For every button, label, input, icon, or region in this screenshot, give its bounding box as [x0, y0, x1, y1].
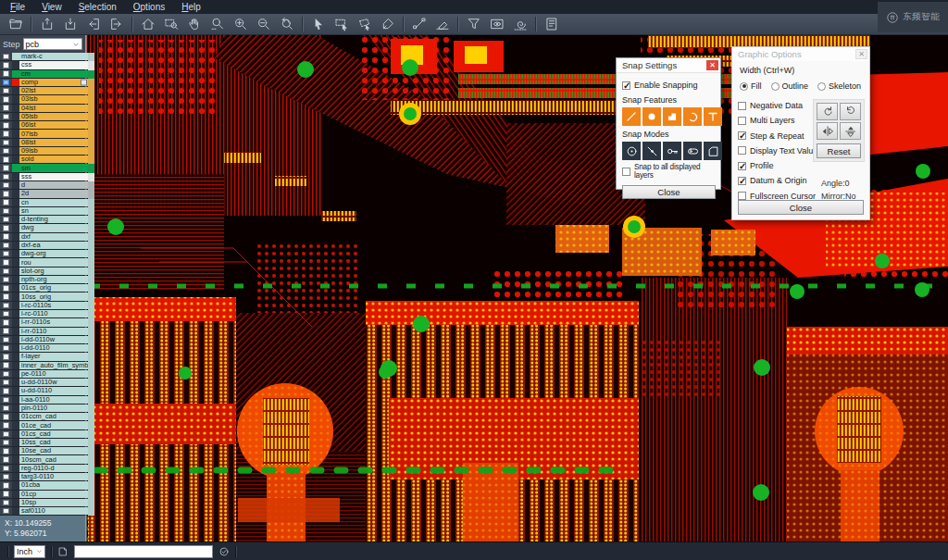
layer-color-swatch[interactable] — [12, 292, 19, 300]
layer-visibility-checkbox[interactable] — [0, 216, 12, 223]
layer-color-swatch[interactable] — [12, 284, 19, 292]
layer-visibility-checkbox[interactable] — [0, 276, 12, 283]
layer-color-swatch[interactable] — [12, 455, 19, 463]
layer-color-swatch[interactable] — [12, 268, 19, 275]
layer-color-swatch[interactable] — [12, 258, 19, 266]
layer-name[interactable]: i-rc-0110s — [19, 302, 88, 309]
layer-color-swatch[interactable] — [12, 318, 19, 326]
layer-visibility-checkbox[interactable] — [0, 328, 12, 335]
layer-row[interactable]: 05lsb — [0, 113, 88, 121]
layer-color-swatch[interactable] — [12, 310, 19, 317]
menu-selection[interactable]: Selection — [70, 0, 125, 14]
layer-name[interactable]: 08lst — [19, 139, 88, 146]
snap-mode-key-button[interactable] — [663, 142, 681, 160]
layer-name[interactable]: saf0110 — [19, 507, 88, 515]
layer-row[interactable]: i-rr-0110s — [0, 318, 88, 327]
layer-row[interactable]: 10scm_cad — [0, 455, 88, 464]
layer-name[interactable]: 10scm_cad — [19, 455, 88, 463]
layer-color-swatch[interactable] — [12, 105, 19, 112]
layer-color-swatch[interactable] — [12, 61, 19, 68]
layer-name[interactable]: i-rc-0110 — [19, 310, 88, 317]
layer-name[interactable]: targ3-0110 — [19, 473, 88, 480]
layer-color-swatch[interactable] — [12, 173, 19, 180]
layer-color-swatch[interactable] — [12, 387, 19, 394]
layer-color-swatch[interactable] — [12, 156, 19, 163]
layer-visibility-checkbox[interactable] — [0, 396, 12, 404]
snap-feature-line-button[interactable] — [622, 107, 641, 126]
enter-step-button[interactable] — [106, 15, 127, 33]
layer-color-swatch[interactable] — [12, 190, 19, 197]
layer-name[interactable]: 2d — [19, 190, 88, 197]
layer-color-swatch[interactable] — [12, 181, 19, 189]
layer-visibility-checkbox[interactable] — [0, 413, 12, 420]
layer-visibility-checkbox[interactable] — [0, 284, 12, 292]
radio-outline[interactable]: Outline — [771, 81, 809, 91]
layer-visibility-checkbox[interactable] — [0, 491, 12, 498]
snap-mode-polygon-button[interactable] — [704, 142, 722, 160]
measure-button[interactable] — [408, 15, 430, 33]
checkbox-negative-data[interactable]: Negative Data — [738, 101, 819, 110]
layer-color-swatch[interactable] — [12, 473, 19, 480]
layer-color-swatch[interactable] — [12, 379, 19, 386]
checkbox-profile[interactable]: Profile — [738, 161, 819, 170]
graphic-options-titlebar[interactable]: Graphic Options — [732, 47, 869, 61]
layer-row[interactable]: i-aa-0110 — [0, 396, 88, 404]
layer-row[interactable]: i-dd-0110w — [0, 336, 88, 344]
layer-name[interactable]: comp — [19, 79, 88, 86]
layer-color-swatch[interactable] — [12, 370, 19, 378]
layer-visibility-checkbox[interactable] — [0, 421, 12, 429]
layer-name[interactable]: 06lst — [19, 121, 88, 129]
layer-name[interactable]: mark-c — [19, 53, 88, 60]
layer-color-swatch[interactable] — [12, 121, 19, 129]
layer-color-swatch[interactable] — [12, 430, 19, 438]
exit-step-button[interactable] — [82, 15, 104, 33]
layer-name[interactable]: inner_auto_film_symb — [19, 362, 88, 369]
layer-visibility-checkbox[interactable] — [0, 242, 12, 249]
layer-minimap-scrollbar[interactable] — [88, 53, 94, 516]
checkbox-multi-layers[interactable]: Multi Layers — [738, 116, 819, 125]
snap-settings-titlebar[interactable]: Snap Settings — [617, 58, 720, 73]
enable-snapping-checkbox[interactable]: Enable Snapping — [622, 81, 716, 90]
layer-color-swatch[interactable] — [12, 242, 19, 249]
layer-row[interactable]: sold — [0, 156, 88, 164]
layer-row[interactable]: i-rc-0110s — [0, 302, 88, 310]
layer-row[interactable]: targ3-0110 — [0, 473, 88, 481]
layer-row[interactable]: sm — [0, 164, 88, 172]
layer-name[interactable]: 02lst — [19, 87, 88, 94]
layer-visibility-checkbox[interactable] — [0, 344, 12, 352]
layer-color-swatch[interactable] — [12, 70, 19, 78]
layer-name[interactable]: 03lsb — [19, 95, 88, 103]
step-select[interactable]: pcb — [23, 38, 82, 50]
layer-color-swatch[interactable] — [12, 404, 19, 412]
layer-row[interactable]: cm — [0, 70, 88, 79]
close-icon[interactable] — [855, 49, 867, 59]
snap-close-button[interactable]: Close — [622, 185, 716, 199]
layer-visibility-checkbox[interactable] — [0, 507, 12, 515]
layer-visibility-checkbox[interactable] — [0, 439, 12, 446]
layer-color-swatch[interactable] — [12, 447, 19, 454]
layer-row[interactable]: 08lst — [0, 139, 88, 147]
layer-color-swatch[interactable] — [12, 139, 19, 146]
snap-mode-point-on-line-button[interactable] — [642, 142, 661, 160]
layer-row[interactable]: pe-0110 — [0, 370, 88, 379]
layer-visibility-checkbox[interactable] — [0, 87, 12, 94]
layer-color-swatch[interactable] — [12, 396, 19, 404]
snap-mode-slot-button[interactable] — [683, 142, 702, 160]
layer-row[interactable]: npth-org — [0, 276, 88, 284]
layer-row[interactable]: 01cs_orig — [0, 284, 88, 292]
layer-color-swatch[interactable] — [12, 507, 19, 515]
layer-row[interactable]: 09lsb — [0, 147, 88, 156]
layer-name[interactable]: dwg — [19, 224, 88, 231]
layer-visibility-checkbox[interactable] — [0, 95, 12, 103]
layer-color-swatch[interactable] — [12, 481, 19, 489]
layer-row[interactable]: pin-0110 — [0, 404, 88, 413]
layer-visibility-checkbox[interactable] — [0, 130, 12, 137]
layer-color-swatch[interactable] — [12, 250, 19, 257]
load-step-button[interactable] — [59, 15, 81, 33]
save-step-button[interactable] — [36, 15, 57, 33]
menu-view[interactable]: View — [33, 0, 70, 14]
layer-row[interactable]: css — [0, 61, 88, 69]
layer-color-swatch[interactable] — [12, 95, 19, 103]
layer-color-swatch[interactable] — [12, 328, 19, 335]
layer-row[interactable]: dwg — [0, 224, 88, 232]
